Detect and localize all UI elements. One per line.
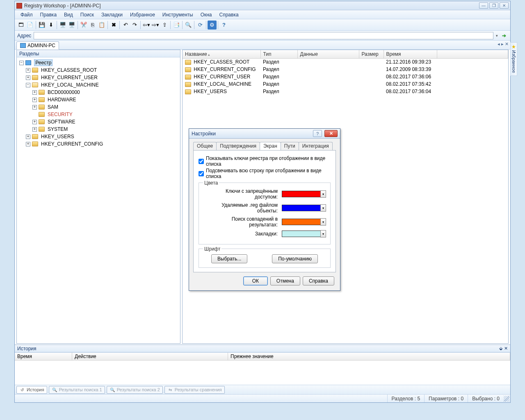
export-icon[interactable]: ⬇ [46, 21, 55, 30]
help-icon[interactable]: ? [219, 21, 228, 30]
up-icon[interactable]: ⇧ [160, 21, 169, 30]
expand-toggle[interactable]: + [32, 127, 37, 132]
expand-toggle[interactable]: + [26, 142, 30, 146]
tab-general[interactable]: Общее [193, 142, 217, 150]
settings-icon[interactable]: ⚙ [208, 21, 217, 30]
tab-prev-icon[interactable]: ◂ [498, 41, 500, 47]
resize-grip[interactable] [504, 396, 509, 402]
monitor-local-icon[interactable]: 🖥️ [58, 21, 67, 30]
tree-item[interactable]: HARDWARE [47, 97, 77, 103]
bottom-tab-search2[interactable]: 🔍Результаты поиска 2 [107, 386, 163, 394]
color-swatch-denied[interactable] [282, 191, 321, 197]
bookmark-icon[interactable]: 📑 [172, 21, 181, 30]
dialog-close-button[interactable]: ✕ [324, 130, 338, 137]
history-col-time[interactable]: Время [15, 353, 72, 360]
color-swatch-search[interactable] [282, 219, 321, 225]
history-col-action[interactable]: Действие [72, 353, 228, 360]
expand-toggle[interactable]: + [32, 90, 37, 95]
default-font-button[interactable]: По-умолчанию [272, 254, 318, 263]
close-button[interactable]: ✕ [500, 2, 509, 9]
tab-integration[interactable]: Интеграция [299, 142, 333, 150]
copy-icon[interactable]: ⎘ [88, 21, 97, 30]
table-row[interactable]: HKEY_LOCAL_MACHINEРаздел08.02.2017 07:35… [183, 80, 508, 88]
checkbox-show-keys[interactable]: Показывать ключи реестра при отображении… [199, 155, 331, 167]
col-size[interactable]: Размер [359, 50, 383, 58]
save-icon[interactable]: 💾 [37, 21, 46, 30]
help-button[interactable]: Справка [303, 276, 334, 285]
col-type[interactable]: Тип [260, 50, 297, 58]
expand-toggle[interactable]: + [32, 105, 37, 110]
paste-icon[interactable]: 📋 [97, 21, 106, 30]
new-window-icon[interactable]: 🗔 [16, 21, 25, 30]
color-swatch-deleted[interactable] [282, 205, 321, 211]
tab-paths[interactable]: Пути [281, 142, 299, 150]
redo-icon[interactable]: ↷ [130, 21, 139, 30]
expand-toggle[interactable]: + [26, 68, 30, 73]
color-dropdown[interactable]: ▾ [320, 204, 326, 212]
tree-item[interactable]: SAM [47, 104, 59, 110]
tree-item[interactable]: SECURITY [47, 112, 73, 117]
tree-item[interactable]: BCD00000000 [47, 89, 81, 95]
registry-tree[interactable]: − Реестр +HKEY_CLASSES_ROOT +HKEY_CURREN… [17, 57, 180, 343]
undo-icon[interactable]: ↶ [121, 21, 130, 30]
search-icon[interactable]: 🔍 [184, 21, 193, 30]
tab-confirmations[interactable]: Подтверждения [216, 142, 260, 150]
menu-item[interactable]: Справка [216, 11, 242, 19]
tree-item[interactable]: HKEY_CLASSES_ROOT [40, 67, 98, 73]
menu-item[interactable]: Вид [61, 11, 76, 19]
history-col-prev[interactable]: Прежнее значение [228, 353, 510, 360]
tree-item[interactable]: HKEY_USERS [40, 134, 75, 139]
color-dropdown[interactable]: ▾ [320, 190, 326, 198]
dialog-help-button[interactable]: ? [313, 130, 322, 137]
tab-close-icon[interactable]: ✕ [505, 41, 509, 47]
history-close-icon[interactable]: ✕ [504, 346, 508, 351]
expand-toggle[interactable]: + [32, 98, 37, 102]
minimize-button[interactable]: — [479, 2, 488, 9]
menu-item[interactable]: Инструменты [159, 11, 196, 19]
expand-toggle[interactable]: − [19, 61, 24, 65]
delete-icon[interactable]: ✖ [109, 21, 118, 30]
back-icon[interactable]: ⇦▾ [142, 21, 151, 30]
tree-item[interactable]: HKEY_LOCAL_MACHINE [40, 82, 100, 88]
history-list[interactable] [15, 361, 510, 385]
menu-item[interactable]: Избранное [127, 11, 158, 19]
menu-item[interactable]: Закладки [98, 11, 126, 19]
menu-item[interactable]: Окна [197, 11, 215, 19]
tree-item[interactable]: SOFTWARE [47, 119, 76, 125]
tree-item[interactable]: SYSTEM [47, 126, 68, 132]
expand-toggle[interactable]: + [26, 75, 30, 80]
bottom-tab-history[interactable]: ↺История [16, 386, 47, 394]
col-data[interactable]: Данные [297, 50, 359, 58]
ok-button[interactable]: ОК [243, 276, 268, 285]
monitor-remote-icon[interactable]: 🖥️ [67, 21, 76, 30]
color-dropdown[interactable]: ▾ [320, 218, 326, 226]
address-go-icon[interactable]: ➔ [500, 32, 508, 39]
color-swatch-bookmarks[interactable] [282, 231, 321, 237]
checkbox-highlight-row[interactable]: Подсвечивать всю строку при отображении … [199, 168, 331, 179]
menu-item[interactable]: Файл [17, 11, 36, 19]
cut-icon[interactable]: ✂️ [79, 21, 88, 30]
tree-root[interactable]: Реестр [34, 59, 52, 66]
choose-font-button[interactable]: Выбрать... [211, 254, 247, 263]
cancel-button[interactable]: Отмена [270, 276, 300, 285]
tab-next-icon[interactable]: ▸ [501, 41, 504, 47]
menu-item[interactable]: Поиск [77, 11, 97, 19]
table-row[interactable]: HKEY_CLASSES_ROOTРаздел21.12.2016 09:39:… [183, 58, 508, 66]
tab-screen[interactable]: Экран [260, 142, 281, 150]
expand-toggle[interactable]: − [26, 83, 30, 87]
col-name[interactable]: Название [183, 50, 260, 58]
address-input[interactable] [34, 32, 493, 39]
tree-item[interactable]: HKEY_CURRENT_CONFIG [40, 141, 104, 147]
table-row[interactable]: HKEY_CURRENT_CONFIGРаздел14.07.2009 08:3… [183, 66, 508, 73]
new-file-icon[interactable]: 📄 [25, 21, 34, 30]
expand-toggle[interactable]: + [32, 120, 37, 124]
table-row[interactable]: HKEY_USERSРаздел08.02.2017 07:36:04 [183, 88, 508, 95]
tree-item[interactable]: HKEY_CURRENT_USER [40, 75, 98, 80]
color-dropdown[interactable]: ▾ [320, 230, 326, 237]
expand-toggle[interactable]: + [26, 135, 30, 139]
col-time[interactable]: Время [383, 50, 437, 58]
forward-icon[interactable]: ⇨▾ [151, 21, 160, 30]
history-pin-icon[interactable]: ⬙ [499, 346, 502, 351]
bottom-tab-search1[interactable]: 🔍Результаты поиска 1 [49, 386, 105, 394]
document-tab[interactable]: ADMINN-PC [16, 41, 59, 50]
